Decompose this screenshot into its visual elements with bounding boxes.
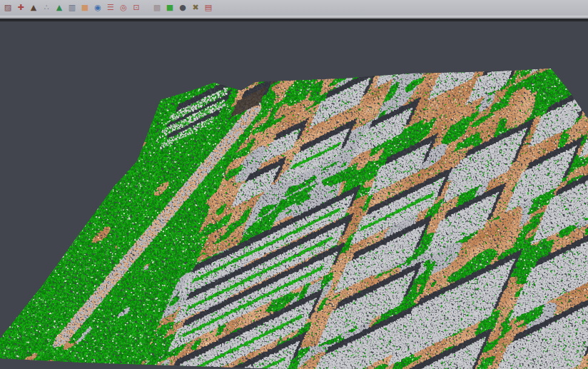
target-view-button[interactable]: ◎ [118, 2, 129, 14]
ortho-tile-icon: ■ [81, 2, 88, 14]
flag-tool-icon: ▤ [205, 2, 212, 14]
delete-tool-button[interactable]: ✖ [190, 2, 201, 14]
move-tool-button[interactable]: ✚ [15, 2, 26, 14]
grid-view-button[interactable]: ▩ [151, 2, 163, 14]
ortho-tile-button[interactable]: ■ [79, 2, 91, 14]
surface-tool-button[interactable]: ▲ [54, 2, 65, 14]
terrain-tool-icon: ▲ [31, 2, 36, 14]
select-tool-icon: ▨ [4, 2, 11, 14]
select-tool-button[interactable]: ▨ [2, 2, 14, 14]
profile-tool-icon: ▥ [69, 2, 76, 14]
points-tool-icon: ∴ [44, 2, 49, 14]
surface-tool-icon: ▲ [56, 2, 62, 14]
globe-view-icon: ◉ [94, 2, 101, 14]
grid-view-icon: ▩ [153, 2, 161, 14]
classification-view-button[interactable]: ■ [164, 2, 176, 14]
terrain-tool-button[interactable]: ▲ [28, 2, 39, 14]
window-frame-line [0, 19, 588, 21]
globe-view-button[interactable]: ◉ [92, 2, 103, 14]
list-view-button[interactable]: ☰ [105, 2, 116, 14]
snapshot-icon: ● [179, 2, 186, 14]
move-tool-icon: ✚ [17, 2, 24, 14]
flag-tool-button[interactable]: ▤ [203, 2, 214, 14]
snapshot-button[interactable]: ● [177, 2, 188, 14]
zoom-extent-icon: ⊡ [133, 2, 139, 14]
points-tool-button[interactable]: ∴ [41, 2, 52, 14]
target-view-icon: ◎ [120, 2, 127, 14]
classification-view-icon: ■ [166, 2, 173, 14]
application-window: ▨✚▲∴▲▥■◉☰◎⊡▩■●✖▤ [0, 0, 588, 369]
zoom-extent-button[interactable]: ⊡ [131, 2, 142, 14]
delete-tool-icon: ✖ [192, 2, 198, 14]
point-cloud-viewport[interactable] [0, 0, 588, 369]
list-view-icon: ☰ [107, 2, 114, 14]
toolbar: ▨✚▲∴▲▥■◉☰◎⊡▩■●✖▤ [0, 0, 588, 16]
profile-tool-button[interactable]: ▥ [66, 2, 78, 14]
